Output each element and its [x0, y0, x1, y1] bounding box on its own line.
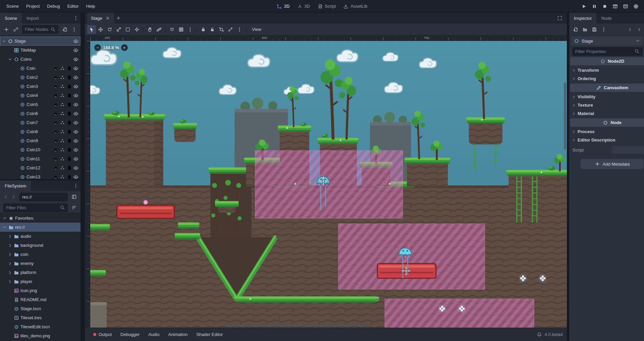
menu-project[interactable]: Project	[22, 0, 43, 12]
node-selector[interactable]: Stage	[571, 37, 643, 45]
distraction-free-button[interactable]	[555, 14, 564, 22]
signal-badge-icon[interactable]	[53, 84, 58, 89]
fs-sort-button[interactable]	[70, 203, 78, 212]
expander-icon[interactable]	[1, 39, 6, 44]
script-badge-icon[interactable]	[66, 84, 72, 89]
tool-bone-3[interactable]	[226, 25, 235, 34]
visibility-toggle[interactable]	[73, 75, 78, 80]
history-forward-button[interactable]	[635, 25, 644, 34]
play-custom-scene-button[interactable]	[621, 2, 630, 11]
fs-filter[interactable]	[3, 204, 68, 212]
scene-tab-stage[interactable]: Stage	[87, 13, 114, 23]
expander-icon[interactable]	[7, 252, 12, 257]
fs-forward-button[interactable]	[10, 193, 17, 201]
group-badge-icon[interactable]	[60, 156, 65, 162]
group-material[interactable]: Material	[569, 109, 644, 118]
scene-tree-menu-button[interactable]	[70, 25, 78, 34]
signal-badge-icon[interactable]	[53, 174, 58, 179]
tool-lock-3[interactable]	[199, 25, 208, 34]
property-script-value[interactable]	[612, 146, 644, 154]
tool-scale-0[interactable]	[114, 25, 123, 34]
visibility-toggle[interactable]	[73, 84, 78, 89]
signal-badge-icon[interactable]	[53, 138, 58, 144]
menu-scene[interactable]: Scene	[3, 0, 22, 12]
bottom-tab-output[interactable]: Output	[89, 328, 116, 341]
script-badge-icon[interactable]	[66, 156, 72, 162]
expander-icon[interactable]	[7, 243, 12, 248]
signal-badge-icon[interactable]	[53, 129, 58, 134]
bottom-tab-shader-editor[interactable]: Shader Editor	[192, 328, 227, 341]
tool-move-0[interactable]	[96, 25, 105, 34]
add-node-button[interactable]	[2, 25, 11, 34]
scene-node-coin10[interactable]: Coin10	[0, 145, 80, 154]
menu-editor[interactable]: Editor	[64, 0, 83, 12]
fs-path-box[interactable]	[19, 193, 68, 201]
expander-icon[interactable]	[7, 270, 12, 275]
fs-item-icon-png[interactable]: icon.png	[0, 286, 80, 295]
group-transform[interactable]: Transform	[569, 66, 644, 74]
expander-icon[interactable]	[7, 261, 12, 266]
tool-dots-v-3[interactable]	[235, 25, 244, 34]
script-badge-icon[interactable]	[66, 120, 72, 125]
fs-item-coin[interactable]: coin	[0, 250, 80, 259]
visibility-toggle[interactable]	[73, 111, 78, 116]
fs-item-player[interactable]: player	[0, 277, 80, 286]
zoom-out-button[interactable]: −	[94, 44, 101, 51]
scene-node-coin11[interactable]: Coin11	[0, 154, 80, 163]
signal-badge-icon[interactable]	[53, 102, 58, 107]
viewport[interactable]: 250500750 − 188.8 % +	[85, 36, 567, 328]
scene-filter[interactable]	[22, 25, 58, 34]
add-metadata-button[interactable]: Add Metadata	[581, 159, 644, 169]
group-badge-icon[interactable]	[60, 111, 65, 116]
signal-badge-icon[interactable]	[53, 156, 58, 162]
group-editor-description[interactable]: Editor Description	[569, 136, 644, 144]
group-badge-icon[interactable]	[60, 84, 65, 89]
tool-dots-v-2[interactable]	[186, 25, 195, 34]
view-menu-button[interactable]: View	[248, 25, 265, 34]
bell-icon[interactable]	[537, 332, 542, 337]
fs-item-platform[interactable]: platform	[0, 268, 80, 277]
group-badge-icon[interactable]	[60, 102, 65, 107]
group-badge-icon[interactable]	[60, 120, 65, 125]
script-badge-icon[interactable]	[66, 174, 72, 179]
switcher-3d[interactable]: 3D	[293, 0, 314, 12]
scene-node-coin[interactable]: Coin	[0, 64, 80, 73]
fs-item-favorites[interactable]: Favorites:	[0, 214, 80, 223]
script-badge-icon[interactable]	[66, 138, 72, 144]
tool-rotate-0[interactable]	[105, 25, 114, 34]
visibility-toggle[interactable]	[73, 165, 78, 171]
inspector-tab-inspector[interactable]: Inspector	[569, 13, 596, 23]
group-ordering[interactable]: Ordering	[569, 74, 644, 83]
group-process[interactable]: Process	[569, 127, 644, 136]
group-badge-icon[interactable]	[60, 75, 65, 80]
fs-item-audio[interactable]: audio	[0, 232, 80, 241]
group-badge-icon[interactable]	[60, 129, 65, 134]
visibility-toggle[interactable]	[73, 48, 78, 53]
zoom-level[interactable]: 188.8 %	[103, 45, 119, 50]
expander-icon[interactable]	[7, 57, 12, 62]
switcher-assetlib[interactable]: AssetLib	[339, 0, 371, 12]
visibility-toggle[interactable]	[73, 66, 78, 71]
history-back-button[interactable]	[626, 25, 634, 34]
group-badge-icon[interactable]	[60, 66, 65, 71]
fs-back-button[interactable]	[2, 193, 9, 201]
play-button[interactable]	[579, 2, 589, 11]
zoom-in-button[interactable]: +	[121, 44, 128, 51]
scene-dock-tab-import[interactable]: Import	[22, 13, 44, 23]
scene-filter-input[interactable]	[25, 27, 50, 32]
group-badge-icon[interactable]	[60, 165, 65, 171]
bottom-tab-debugger[interactable]: Debugger	[116, 328, 144, 341]
signal-badge-icon[interactable]	[53, 66, 58, 71]
signal-badge-icon[interactable]	[53, 111, 58, 116]
group-visibility[interactable]: Visibility	[569, 93, 644, 101]
script-badge-icon[interactable]	[66, 93, 72, 98]
signal-badge-icon[interactable]	[53, 75, 58, 80]
inspector-filter-input[interactable]	[575, 49, 634, 54]
signal-badge-icon[interactable]	[53, 93, 58, 98]
bottom-tab-animation[interactable]: Animation	[164, 328, 192, 341]
load-resource-button[interactable]	[581, 25, 589, 34]
visibility-toggle[interactable]	[73, 129, 78, 134]
fs-filter-input[interactable]	[6, 205, 60, 210]
visibility-toggle[interactable]	[73, 102, 78, 107]
script-badge-icon[interactable]	[66, 75, 72, 80]
